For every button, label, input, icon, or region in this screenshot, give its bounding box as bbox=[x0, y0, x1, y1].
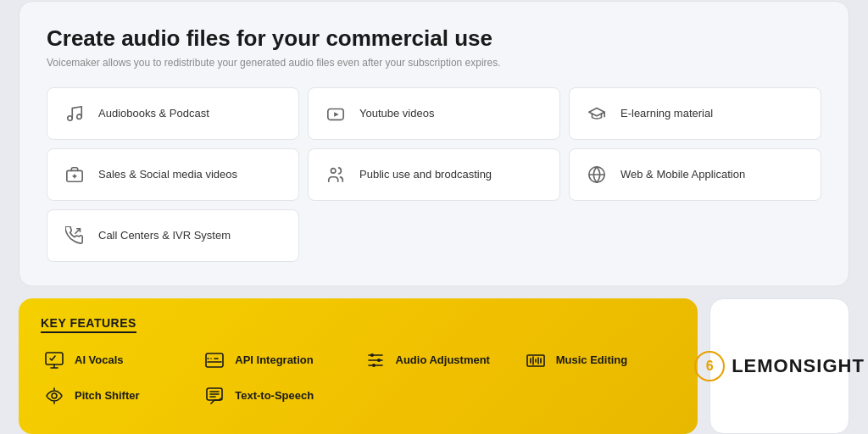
features-grid: AI Vocals API Integration Audio Adjustme… bbox=[41, 347, 676, 409]
svg-rect-12 bbox=[206, 353, 223, 367]
use-cases-grid: Audiobooks & Podcast Youtube videos E-le… bbox=[47, 87, 821, 262]
youtube-icon bbox=[322, 100, 349, 127]
briefcase-icon bbox=[61, 161, 88, 188]
bottom-row: KEY FEATURES AI Vocals API Integration bbox=[19, 298, 849, 434]
lemonsight-card: 6 LEMONSIGHT bbox=[709, 298, 849, 434]
grid-item-callcenters[interactable]: Call Centers & IVR System bbox=[47, 209, 299, 262]
grid-item-web[interactable]: Web & Mobile Application bbox=[569, 148, 821, 201]
feature-api-integration[interactable]: API Integration bbox=[201, 347, 354, 374]
audio-adjustment-label: Audio Adjustment bbox=[396, 353, 490, 366]
tts-icon bbox=[201, 382, 228, 409]
feature-pitch-shifter[interactable]: Pitch Shifter bbox=[41, 382, 194, 409]
youtube-label: Youtube videos bbox=[359, 107, 434, 120]
web-label: Web & Mobile Application bbox=[620, 168, 745, 181]
globe-icon bbox=[583, 161, 610, 188]
elearning-label: E-learning material bbox=[620, 107, 713, 120]
pitch-icon bbox=[41, 382, 68, 409]
grid-item-audiobooks[interactable]: Audiobooks & Podcast bbox=[47, 87, 299, 140]
grid-item-sales[interactable]: Sales & Social media videos bbox=[47, 148, 299, 201]
pitch-shifter-label: Pitch Shifter bbox=[75, 389, 140, 402]
main-container: Create audio files for your commercial u… bbox=[19, 1, 849, 434]
sales-label: Sales & Social media videos bbox=[98, 168, 237, 181]
public-label: Public use and brodcasting bbox=[359, 168, 492, 181]
monitor-music-icon bbox=[41, 347, 68, 374]
grid-item-public[interactable]: Public use and brodcasting bbox=[308, 148, 560, 201]
svg-rect-11 bbox=[46, 353, 63, 364]
callcenters-label: Call Centers & IVR System bbox=[98, 229, 231, 242]
music-editing-label: Music Editing bbox=[556, 353, 628, 366]
lemon-circle-icon: 6 bbox=[694, 351, 725, 381]
feature-audio-adjustment[interactable]: Audio Adjustment bbox=[362, 347, 515, 374]
people-icon bbox=[322, 161, 349, 188]
svg-point-18 bbox=[372, 364, 376, 367]
feature-music-editing[interactable]: Music Editing bbox=[522, 347, 676, 374]
top-card: Create audio files for your commercial u… bbox=[19, 1, 849, 287]
phone-icon bbox=[61, 222, 88, 249]
lemonsight-logo: 6 LEMONSIGHT bbox=[694, 351, 865, 381]
svg-point-16 bbox=[370, 353, 374, 357]
svg-point-25 bbox=[52, 393, 57, 398]
svg-point-0 bbox=[68, 115, 73, 120]
music-edit-icon bbox=[522, 347, 549, 374]
svg-point-7 bbox=[331, 168, 337, 173]
key-features-label: KEY FEATURES bbox=[41, 316, 136, 333]
ai-vocals-label: AI Vocals bbox=[75, 353, 124, 366]
grid-item-elearning[interactable]: E-learning material bbox=[569, 87, 821, 140]
grid-item-youtube[interactable]: Youtube videos bbox=[308, 87, 560, 140]
graduation-icon bbox=[583, 100, 610, 127]
text-to-speech-label: Text-to-Speech bbox=[235, 389, 314, 402]
api-integration-label: API Integration bbox=[235, 353, 313, 366]
api-icon bbox=[201, 347, 228, 374]
svg-marker-3 bbox=[334, 112, 339, 117]
svg-point-17 bbox=[377, 359, 381, 362]
svg-point-1 bbox=[77, 114, 82, 119]
feature-ai-vocals[interactable]: AI Vocals bbox=[41, 347, 194, 374]
lemonsight-name: LEMONSIGHT bbox=[732, 355, 865, 377]
audiobooks-label: Audiobooks & Podcast bbox=[98, 107, 209, 120]
features-card: KEY FEATURES AI Vocals API Integration bbox=[19, 298, 698, 434]
music-icon bbox=[61, 100, 88, 127]
page-title: Create audio files for your commercial u… bbox=[47, 25, 821, 52]
page-subtitle: Voicemaker allows you to redistribute yo… bbox=[47, 57, 821, 69]
feature-text-to-speech[interactable]: Text-to-Speech bbox=[201, 382, 354, 409]
sliders-icon bbox=[362, 347, 389, 374]
